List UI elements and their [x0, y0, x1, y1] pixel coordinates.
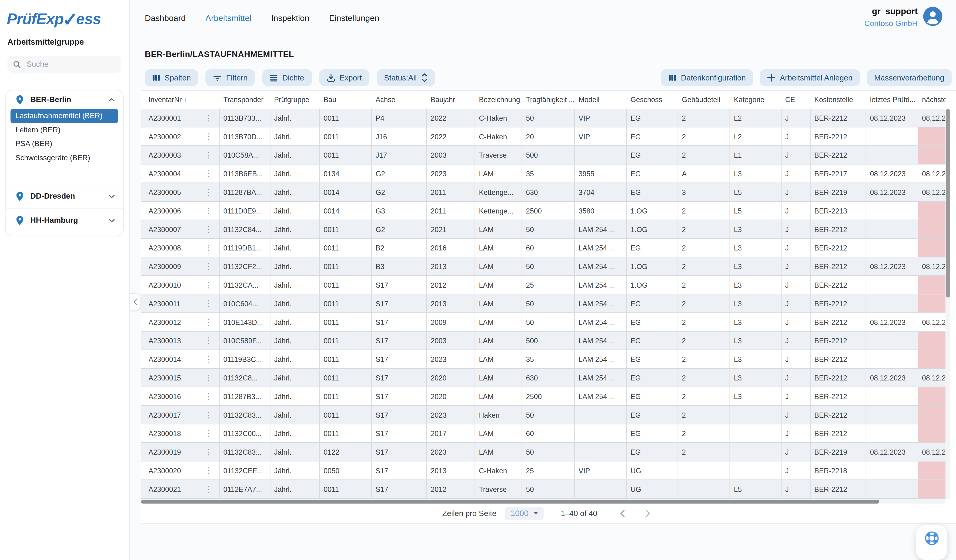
table-row[interactable]: A2300013⋮010C589F...Jährl.0011S172003LAM… — [141, 332, 945, 350]
table-row[interactable]: A2300019⋮01132C83...Jährl.0122S172023LAM… — [141, 443, 945, 462]
cell-bezeichnung: Haken — [475, 406, 522, 424]
tab-inspektion[interactable]: Inspektion — [271, 14, 309, 23]
table-row[interactable]: A2300010⋮01132CA...Jährl.0011S172012LAM2… — [141, 276, 945, 294]
row-menu-icon[interactable]: ⋮ — [204, 337, 212, 344]
column-header-inventarnr[interactable]: InventarNr↑ — [141, 91, 220, 108]
previous-page-button[interactable] — [616, 506, 630, 520]
column-header-transponder[interactable]: Transponder — [220, 91, 270, 108]
column-header-bezeichnung[interactable]: Bezeichnung — [475, 91, 522, 108]
massenverarbeitung-button[interactable]: Massenverarbeitung — [867, 69, 951, 86]
vertical-scrollbar[interactable] — [945, 109, 950, 499]
chevron-down-icon — [108, 218, 115, 223]
row-menu-icon[interactable]: ⋮ — [204, 151, 212, 159]
row-menu-icon[interactable]: ⋮ — [204, 411, 212, 419]
table-row[interactable]: A2300004⋮0113B6EB...Jährl.0134G22023LAM3… — [141, 165, 945, 183]
row-menu-icon[interactable]: ⋮ — [204, 448, 212, 456]
search-input[interactable] — [25, 59, 116, 69]
dichte-button[interactable]: Dichte — [263, 69, 311, 86]
table-row[interactable]: A2300012⋮010E143D...Jährl.0011S172009LAM… — [141, 313, 945, 332]
row-menu-icon[interactable]: ⋮ — [204, 355, 212, 363]
cell-value: Jährl. — [274, 263, 291, 270]
column-header-letztes-pruefdatum[interactable]: letztes Prüfd... — [866, 91, 918, 108]
datenkonfiguration-button[interactable]: Datenkonfiguration — [661, 69, 753, 86]
vertical-scrollbar-thumb[interactable] — [946, 109, 950, 297]
column-header-baujahr[interactable]: Baujahr — [427, 91, 475, 108]
column-header-kategorie[interactable]: Kategorie — [730, 91, 781, 108]
sidebar-item-psa-ber[interactable]: PSA (BER) — [11, 137, 118, 151]
table-row[interactable]: A2300020⋮01132CEF...Jährl.0050S172013C-H… — [141, 462, 945, 480]
horizontal-scrollbar[interactable] — [141, 499, 945, 504]
status-all-button[interactable]: Status:All — [377, 69, 435, 86]
table-row[interactable]: A2300005⋮011287BA...Jährl.0014G22011Kett… — [141, 183, 945, 201]
cell-value: 0011 — [324, 114, 339, 122]
sidebar-location-ber-berlin[interactable]: BER-Berlin — [6, 90, 123, 109]
table-row[interactable]: A2300002⋮0113B70D...Jährl.0011J162022C-H… — [141, 127, 945, 146]
table-row[interactable]: A2300011⋮010C604...Jährl.0011S172013LAM5… — [141, 294, 945, 313]
cell-value: 2012 — [431, 485, 447, 493]
search-box[interactable] — [8, 55, 121, 73]
tab-dashboard[interactable]: Dashboard — [145, 14, 186, 23]
column-header-achse[interactable]: Achse — [372, 91, 427, 108]
cell-geschoss: EG — [627, 239, 678, 257]
sidebar-item-lastaufnahmemittel-ber[interactable]: Lastaufnahmemittel (BER) — [11, 109, 118, 123]
rows-per-page-select[interactable]: 1000 — [505, 506, 544, 520]
column-header-geschoss[interactable]: Geschoss — [627, 91, 678, 108]
table-row[interactable]: A2300006⋮0111D0E9...Jährl.0014G32011Kett… — [141, 201, 945, 220]
column-header-bau[interactable]: Bau — [320, 91, 372, 108]
next-page-button[interactable] — [641, 506, 655, 520]
row-menu-icon[interactable]: ⋮ — [204, 170, 212, 178]
sidebar-location-hh-hamburg[interactable]: HH-Hamburg — [6, 211, 123, 230]
help-button[interactable] — [916, 525, 947, 560]
table-row[interactable]: A2300001⋮0113B733...Jährl.0011P42022C-Ha… — [141, 109, 945, 127]
row-menu-icon[interactable]: ⋮ — [204, 485, 212, 493]
sidebar-location-dd-dresden[interactable]: DD-Dresden — [6, 187, 123, 205]
cell-achse: S17 — [372, 332, 427, 349]
spalten-button[interactable]: Spalten — [145, 69, 198, 86]
cell-value: 0113B70D... — [223, 133, 263, 140]
export-button[interactable]: Export — [319, 69, 370, 86]
row-menu-icon[interactable]: ⋮ — [204, 299, 212, 308]
column-header-naechstes-pruefdatum[interactable]: nächstes Prüfd... — [918, 91, 945, 108]
user-avatar[interactable] — [923, 7, 942, 26]
row-menu-icon[interactable]: ⋮ — [204, 281, 212, 289]
sidebar-item-leitern-ber[interactable]: Leitern (BER) — [11, 123, 118, 137]
table-row[interactable]: A2300003⋮010C58A...Jährl.0011J172003Trav… — [141, 146, 945, 165]
row-menu-icon[interactable]: ⋮ — [204, 429, 212, 437]
column-header-kostenstelle[interactable]: Kostenstelle — [811, 91, 866, 108]
table-row[interactable]: A2300017⋮01132C83...Jährl.0011S172023Hak… — [141, 406, 945, 425]
row-menu-icon[interactable]: ⋮ — [204, 207, 212, 215]
column-header-gebaeudeteil[interactable]: Gebäudeteil — [678, 91, 730, 108]
table-row[interactable]: A2300008⋮01119DB1...Jährl.0011B22016LAM6… — [141, 239, 945, 258]
sidebar-collapse-button[interactable] — [130, 293, 140, 310]
table-row[interactable]: A2300007⋮01132C84...Jährl.0011G22021LAM5… — [141, 220, 945, 239]
row-menu-icon[interactable]: ⋮ — [204, 244, 212, 252]
column-header-ce[interactable]: CE — [781, 91, 811, 108]
rows-per-page-label: Zeilen pro Seite — [442, 509, 496, 518]
row-menu-icon[interactable]: ⋮ — [204, 225, 212, 233]
row-menu-icon[interactable]: ⋮ — [204, 318, 212, 326]
table-row[interactable]: A2300021⋮0112E7A7...Jährl.0011S172012Tra… — [141, 480, 945, 499]
sidebar-item-schweissgerate-ber[interactable]: Schweissgeräte (BER) — [11, 151, 118, 165]
row-menu-icon[interactable]: ⋮ — [204, 467, 212, 475]
row-menu-icon[interactable]: ⋮ — [204, 374, 212, 382]
cell-baujahr: 2023 — [427, 406, 475, 424]
column-header-tragfaehigkeit[interactable]: Tragfähigkeit ... — [522, 91, 575, 108]
arbeitsmittel-anlegen-button[interactable]: Arbeitsmittel Anlegen — [760, 69, 860, 86]
horizontal-scrollbar-thumb[interactable] — [141, 500, 879, 503]
table-row[interactable]: A2300009⋮01132CF2...Jährl.0011B32013LAM5… — [141, 258, 945, 276]
tab-einstellungen[interactable]: Einstellungen — [329, 14, 379, 23]
table-row[interactable]: A2300015⋮01132C8...Jährl.0011S172020LAM6… — [141, 369, 945, 387]
row-menu-icon[interactable]: ⋮ — [204, 188, 212, 196]
table-row[interactable]: A2300014⋮01119B3C...Jährl.0011S172023LAM… — [141, 350, 945, 369]
row-menu-icon[interactable]: ⋮ — [204, 262, 212, 271]
row-menu-icon[interactable]: ⋮ — [204, 114, 212, 122]
column-header-modell[interactable]: Modell — [575, 91, 627, 108]
tab-arbeitsmittel[interactable]: Arbeitsmittel — [205, 14, 252, 23]
column-header-pruefgruppe[interactable]: Prüfgruppe — [270, 91, 320, 108]
row-menu-icon[interactable]: ⋮ — [204, 392, 212, 401]
filtern-button[interactable]: Filtern — [206, 69, 255, 86]
table-row[interactable]: A2300018⋮01132C00...Jährl.0011S172017LAM… — [141, 425, 945, 443]
cell-achse: B2 — [372, 239, 427, 257]
row-menu-icon[interactable]: ⋮ — [204, 132, 212, 140]
table-row[interactable]: A2300016⋮011287B3...Jährl.0011S172020LAM… — [141, 387, 945, 406]
